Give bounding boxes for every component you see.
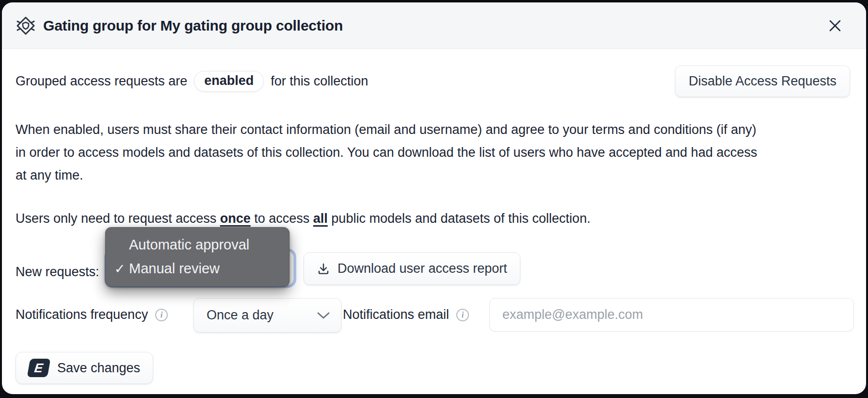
download-report-label: Download user access report bbox=[338, 261, 507, 276]
description-paragraph: When enabled, users must share their con… bbox=[16, 118, 760, 187]
email-info-icon[interactable]: i bbox=[456, 309, 469, 321]
dropdown-option-label: Manual review bbox=[129, 261, 220, 277]
save-changes-button[interactable]: E Save changes bbox=[16, 352, 153, 384]
status-suffix: for this collection bbox=[271, 74, 368, 89]
enterprise-icon: E bbox=[27, 359, 51, 377]
status-prefix: Grouped access requests are bbox=[16, 74, 187, 89]
gated-group-icon bbox=[16, 16, 36, 36]
download-report-button[interactable]: Download user access report bbox=[304, 252, 520, 285]
once-emphasis: once bbox=[220, 211, 251, 226]
close-icon bbox=[827, 18, 843, 33]
status-text: Grouped access requests are enabled for … bbox=[16, 71, 368, 92]
notifications-frequency-label: Notifications frequency i bbox=[16, 298, 168, 332]
notifications-row: Notifications frequency i Once a day Not… bbox=[2, 298, 866, 332]
new-requests-label: New requests: bbox=[16, 265, 99, 280]
frequency-select[interactable]: Once a day bbox=[193, 298, 341, 332]
enabled-badge: enabled bbox=[194, 71, 264, 92]
frequency-value: Once a day bbox=[207, 308, 273, 323]
modal-title: Gating group for My gating group collect… bbox=[43, 17, 343, 34]
close-button[interactable] bbox=[824, 15, 846, 36]
dropdown-option-manual[interactable]: ✓ Manual review bbox=[106, 257, 289, 281]
frequency-label-text: Notifications frequency bbox=[16, 307, 148, 322]
status-row: Grouped access requests are enabled for … bbox=[16, 63, 850, 99]
new-requests-dropdown: Automatic approval ✓ Manual review bbox=[105, 227, 289, 287]
once-line: Users only need to request access once t… bbox=[16, 211, 591, 226]
modal-header: Gating group for My gating group collect… bbox=[2, 2, 866, 49]
frequency-info-icon[interactable]: i bbox=[155, 309, 168, 321]
once-line-part2: to access bbox=[251, 211, 313, 226]
all-emphasis: all bbox=[313, 211, 328, 226]
notifications-email-label: Notifications email i bbox=[343, 298, 469, 332]
disable-access-requests-button[interactable]: Disable Access Requests bbox=[675, 66, 850, 97]
email-input[interactable] bbox=[489, 298, 854, 332]
email-label-text: Notifications email bbox=[343, 307, 449, 322]
once-line-part1: Users only need to request access bbox=[16, 211, 220, 226]
once-line-part3: public models and datasets of this colle… bbox=[328, 211, 591, 226]
dropdown-option-label: Automatic approval bbox=[129, 237, 249, 253]
download-icon bbox=[317, 262, 330, 276]
save-changes-label: Save changes bbox=[57, 361, 140, 376]
gating-group-modal: Gating group for My gating group collect… bbox=[2, 2, 866, 394]
checkmark-icon: ✓ bbox=[112, 261, 128, 277]
chevron-down-icon bbox=[317, 312, 330, 319]
dropdown-option-automatic[interactable]: Automatic approval bbox=[106, 233, 289, 257]
